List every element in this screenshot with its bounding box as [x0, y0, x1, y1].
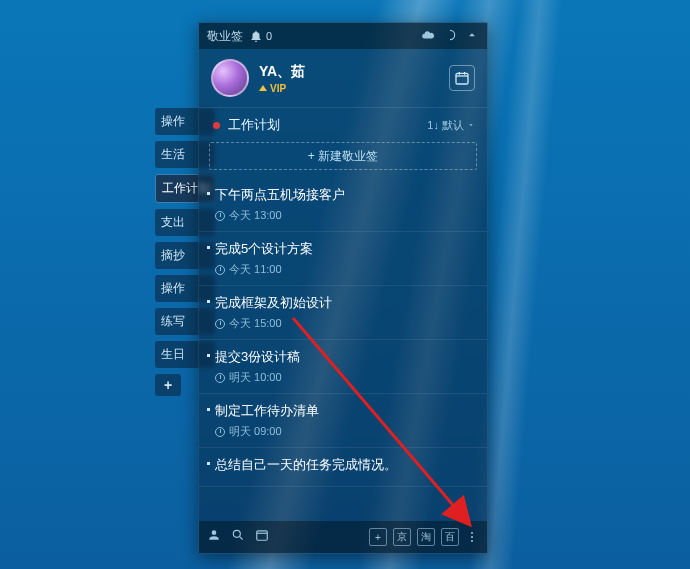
new-note-label: + 新建敬业签: [308, 148, 378, 165]
item-time: 今天 11:00: [215, 262, 475, 277]
chevron-down-icon: [467, 121, 475, 129]
sidetab-add-label: +: [164, 377, 172, 393]
more-menu-icon[interactable]: [465, 532, 479, 542]
item-time: 明天 09:00: [215, 424, 475, 439]
sidetab-label: 支出: [161, 215, 185, 229]
svg-point-1: [233, 530, 240, 537]
clock-icon: [215, 211, 225, 221]
search-icon[interactable]: [231, 528, 245, 546]
sidetab-label: 操作: [161, 281, 185, 295]
app-panel: 敬业签 0 YA、茹 VIP: [198, 22, 488, 554]
list-item[interactable]: 完成框架及初始设计 今天 15:00: [199, 286, 487, 340]
bottombar: + 京 淘 百: [199, 521, 487, 553]
calendar-small-icon[interactable]: [255, 528, 269, 546]
item-time: 明天 10:00: [215, 370, 475, 385]
item-title: 完成5个设计方案: [215, 240, 475, 258]
bell-icon: [249, 29, 263, 43]
item-title: 制定工作待办清单: [215, 402, 475, 420]
username: YA、茹: [259, 63, 305, 81]
clock-icon: [215, 373, 225, 383]
new-note-button[interactable]: + 新建敬业签: [209, 142, 477, 170]
app-title: 敬业签: [207, 28, 243, 45]
item-title: 提交3份设计稿: [215, 348, 475, 366]
notification-bell[interactable]: 0: [249, 29, 272, 43]
svg-rect-0: [456, 73, 468, 84]
taobao-shortcut[interactable]: 淘: [417, 528, 435, 546]
list-item[interactable]: 完成5个设计方案 今天 11:00: [199, 232, 487, 286]
category-dot-icon: [213, 122, 220, 129]
sidetab-label: 摘抄: [161, 248, 185, 262]
cloud-sync-icon[interactable]: [421, 28, 435, 45]
list-header: 工作计划 1↓ 默认: [199, 108, 487, 140]
sidetab-label: 练写: [161, 314, 185, 328]
bottombar-right: + 京 淘 百: [369, 528, 479, 546]
calendar-button[interactable]: [449, 65, 475, 91]
clock-icon: [215, 319, 225, 329]
calendar-icon: [454, 70, 470, 86]
item-title: 下午两点五机场接客户: [215, 186, 475, 204]
vip-badge: VIP: [259, 83, 305, 94]
sort-label: 1↓ 默认: [427, 118, 464, 133]
list-item[interactable]: 下午两点五机场接客户 今天 13:00: [199, 178, 487, 232]
list-title: 工作计划: [228, 116, 280, 134]
chevron-up-icon[interactable]: [465, 28, 479, 45]
sidetab-label: 操作: [161, 114, 185, 128]
svg-rect-2: [257, 531, 268, 540]
sort-selector[interactable]: 1↓ 默认: [427, 118, 475, 133]
titlebar-left: 敬业签 0: [207, 28, 272, 45]
avatar[interactable]: [211, 59, 249, 97]
profile-info: YA、茹 VIP: [259, 63, 305, 94]
jd-shortcut[interactable]: 京: [393, 528, 411, 546]
clock-icon: [215, 427, 225, 437]
add-button[interactable]: +: [369, 528, 387, 546]
items-list: 下午两点五机场接客户 今天 13:00 完成5个设计方案 今天 11:00 完成…: [199, 178, 487, 521]
sidetab-label: 生日: [161, 347, 185, 361]
baidu-shortcut[interactable]: 百: [441, 528, 459, 546]
sidetab-label: 生活: [161, 147, 185, 161]
lock-icon[interactable]: [443, 28, 457, 45]
bottombar-left: [207, 528, 269, 546]
list-item[interactable]: 提交3份设计稿 明天 10:00: [199, 340, 487, 394]
bell-count: 0: [266, 30, 272, 42]
contacts-icon[interactable]: [207, 528, 221, 546]
vip-diamond-icon: [259, 81, 267, 91]
profile-row: YA、茹 VIP: [199, 49, 487, 108]
sidetab-add[interactable]: +: [155, 374, 181, 396]
list-item[interactable]: 制定工作待办清单 明天 09:00: [199, 394, 487, 448]
vip-label: VIP: [270, 83, 286, 94]
clock-icon: [215, 265, 225, 275]
item-time: 今天 13:00: [215, 208, 475, 223]
item-title: 完成框架及初始设计: [215, 294, 475, 312]
item-title: 总结自己一天的任务完成情况。: [215, 456, 475, 474]
titlebar: 敬业签 0: [199, 23, 487, 49]
list-item[interactable]: 总结自己一天的任务完成情况。: [199, 448, 487, 487]
item-time: 今天 15:00: [215, 316, 475, 331]
